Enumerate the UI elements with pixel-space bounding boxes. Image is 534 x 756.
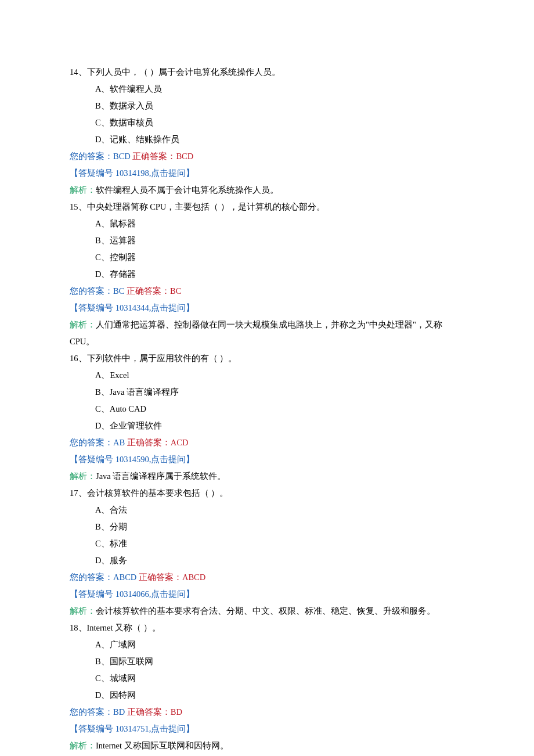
your-answer-label: 您的答案： — [70, 707, 113, 717]
analysis-text: 人们通常把运算器、控制器做在同一块大规模集成电路块上，并称之为"中央处理器"，又… — [70, 320, 442, 346]
faq-suffix: ,点击提问】 — [149, 168, 195, 178]
option: C、城域网 — [95, 670, 464, 687]
faq-number: 10314344 — [116, 303, 149, 312]
correct-answer-value: BCD — [176, 152, 193, 161]
faq-prefix: 【答疑编号 — [70, 455, 116, 464]
question-number: 17 — [70, 488, 78, 498]
option: A、Excel — [95, 367, 464, 384]
your-answer-label: 您的答案： — [70, 152, 113, 161]
question-text: 、下列人员中，（ ）属于会计电算化系统操作人员。 — [78, 67, 281, 77]
question-text: 、Internet 又称（ ）。 — [78, 623, 161, 632]
question-stem: 14、下列人员中，（ ）属于会计电算化系统操作人员。 — [70, 64, 464, 81]
faq-number: 10314590 — [116, 455, 149, 464]
question-number: 18 — [70, 623, 78, 632]
faq-suffix: ,点击提问】 — [149, 303, 195, 312]
option: C、标准 — [95, 535, 464, 552]
correct-answer-value: BC — [170, 286, 181, 296]
correct-answer-value: BD — [171, 707, 182, 717]
question-text: 、会计核算软件的基本要求包括（ ）。 — [78, 488, 229, 498]
option: A、合法 — [95, 502, 464, 519]
question-stem: 15、中央处理器简称 CPU，主要包括（ ），是计算机的核心部分。 — [70, 199, 464, 215]
faq-link[interactable]: 【答疑编号 10314198,点击提问】 — [70, 165, 464, 182]
options: A、合法B、分期C、标准D、服务 — [70, 502, 464, 569]
option: D、服务 — [95, 552, 464, 569]
faq-number: 10314066 — [116, 589, 149, 599]
analysis-label: 解析： — [70, 741, 96, 750]
analysis-line: 解析：Internet 又称国际互联网和因特网。 — [70, 737, 464, 754]
option: C、控制器 — [95, 249, 464, 266]
your-answer-value: BC — [113, 286, 124, 296]
option: C、数据审核员 — [95, 114, 464, 131]
your-answer-label: 您的答案： — [70, 438, 113, 447]
option: A、广域网 — [95, 636, 464, 653]
faq-suffix: ,点击提问】 — [149, 455, 195, 464]
faq-prefix: 【答疑编号 — [70, 724, 116, 733]
options: A、广域网B、国际互联网C、城域网D、因特网 — [70, 636, 464, 704]
your-answer-label: 您的答案： — [70, 573, 113, 582]
option: B、国际互联网 — [95, 653, 464, 670]
options: A、软件编程人员B、数据录入员C、数据审核员D、记账、结账操作员 — [70, 81, 464, 148]
faq-link[interactable]: 【答疑编号 10314751,点击提问】 — [70, 721, 464, 737]
option: A、鼠标器 — [95, 215, 464, 232]
answer-line: 您的答案：ABCD 正确答案：ABCD — [70, 569, 464, 586]
options: A、ExcelB、Java 语言编译程序C、Auto CADD、企业管理软件 — [70, 367, 464, 434]
analysis-label: 解析： — [70, 320, 96, 329]
analysis-text: 软件编程人员不属于会计电算化系统操作人员。 — [96, 185, 279, 195]
faq-suffix: ,点击提问】 — [149, 724, 195, 733]
option: D、记账、结账操作员 — [95, 131, 464, 148]
answer-line: 您的答案：BCD 正确答案：BCD — [70, 148, 464, 165]
question-stem: 16、下列软件中，属于应用软件的有（ ）。 — [70, 350, 464, 367]
question-stem: 18、Internet 又称（ ）。 — [70, 620, 464, 636]
answer-line: 您的答案：BC 正确答案：BC — [70, 283, 464, 300]
your-answer-label: 您的答案： — [70, 286, 113, 296]
correct-answer-value: ACD — [171, 438, 189, 447]
correct-answer-label: 正确答案： — [139, 573, 182, 582]
analysis-label: 解析： — [70, 185, 96, 195]
option: D、企业管理软件 — [95, 417, 464, 434]
faq-number: 10314751 — [116, 724, 149, 733]
your-answer-value: AB — [113, 438, 125, 447]
question-number: 16 — [70, 354, 78, 363]
option: C、Auto CAD — [95, 401, 464, 417]
option: D、因特网 — [95, 687, 464, 704]
options: A、鼠标器B、运算器C、控制器D、存储器 — [70, 215, 464, 283]
option: B、数据录入员 — [95, 98, 464, 114]
question-number: 15 — [70, 202, 78, 211]
question-text: 、中央处理器简称 CPU，主要包括（ ），是计算机的核心部分。 — [78, 202, 325, 211]
answer-line: 您的答案：AB 正确答案：ACD — [70, 434, 464, 451]
correct-answer-label: 正确答案： — [127, 286, 170, 296]
analysis-line: 解析：Java 语言编译程序属于系统软件。 — [70, 468, 464, 485]
question-stem: 17、会计核算软件的基本要求包括（ ）。 — [70, 485, 464, 502]
option: A、软件编程人员 — [95, 81, 464, 98]
correct-answer-value: ABCD — [182, 573, 205, 582]
your-answer-value: BCD — [113, 152, 131, 161]
faq-link[interactable]: 【答疑编号 10314344,点击提问】 — [70, 300, 464, 316]
faq-link[interactable]: 【答疑编号 10314590,点击提问】 — [70, 451, 464, 468]
option: B、分期 — [95, 519, 464, 535]
option: B、运算器 — [95, 232, 464, 249]
faq-suffix: ,点击提问】 — [149, 589, 195, 599]
faq-link[interactable]: 【答疑编号 10314066,点击提问】 — [70, 586, 464, 603]
analysis-text: Internet 又称国际互联网和因特网。 — [96, 741, 229, 750]
question-text: 、下列软件中，属于应用软件的有（ ）。 — [78, 354, 237, 363]
analysis-text: 会计核算软件的基本要求有合法、分期、中文、权限、标准、稳定、恢复、升级和服务。 — [96, 606, 435, 615]
answer-line: 您的答案：BD 正确答案：BD — [70, 704, 464, 721]
analysis-line: 解析：人们通常把运算器、控制器做在同一块大规模集成电路块上，并称之为"中央处理器… — [70, 316, 464, 350]
correct-answer-label: 正确答案： — [132, 152, 176, 161]
question-number: 14 — [70, 67, 78, 77]
analysis-text: Java 语言编译程序属于系统软件。 — [96, 471, 226, 481]
option: B、Java 语言编译程序 — [95, 384, 464, 401]
analysis-label: 解析： — [70, 471, 96, 481]
analysis-line: 解析：会计核算软件的基本要求有合法、分期、中文、权限、标准、稳定、恢复、升级和服… — [70, 603, 464, 620]
faq-number: 10314198 — [116, 168, 149, 178]
faq-prefix: 【答疑编号 — [70, 303, 116, 312]
analysis-label: 解析： — [70, 606, 96, 615]
analysis-line: 解析：软件编程人员不属于会计电算化系统操作人员。 — [70, 182, 464, 199]
your-answer-value: BD — [113, 707, 125, 717]
option: D、存储器 — [95, 266, 464, 283]
correct-answer-label: 正确答案： — [127, 438, 171, 447]
your-answer-value: ABCD — [113, 573, 136, 582]
faq-prefix: 【答疑编号 — [70, 168, 116, 178]
correct-answer-label: 正确答案： — [127, 707, 171, 717]
faq-prefix: 【答疑编号 — [70, 589, 116, 599]
